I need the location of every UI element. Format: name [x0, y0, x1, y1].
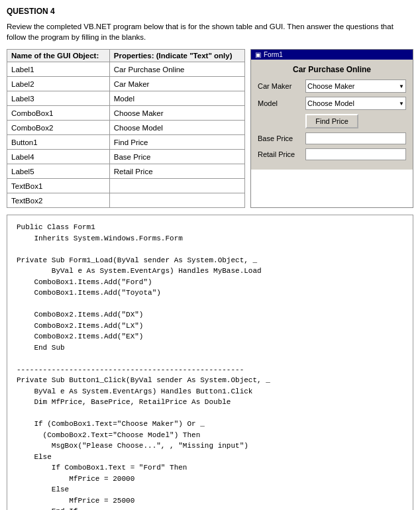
base-price-row: Base Price [258, 132, 406, 144]
table-cell-name: Button1 [7, 135, 110, 150]
form-body: Car Purchase Online Car Maker Choose Mak… [251, 60, 413, 170]
table-cell-name: ComboBox1 [7, 106, 110, 121]
base-price-label: Base Price [258, 134, 305, 142]
table-cell-name: ComboBox2 [7, 121, 110, 135]
form-window: ▣ Form1 Car Purchase Online Car Maker Ch… [250, 49, 413, 208]
table-cell-name: Label2 [7, 77, 110, 91]
retail-price-textbox[interactable] [305, 148, 406, 160]
table-cell-property: Find Price [109, 135, 244, 150]
table-cell-property [109, 193, 244, 208]
table-cell-property [109, 179, 244, 193]
find-price-row: Find Price [258, 114, 406, 128]
table-row: ComboBox2Choose Model [7, 121, 245, 135]
table-cell-property: Car Maker [109, 77, 244, 91]
question-header: QUESTION 4 [7, 7, 413, 16]
find-price-button[interactable]: Find Price [305, 114, 358, 128]
table-row: Label2Car Maker [7, 77, 245, 91]
table-row: Label3Model [7, 91, 245, 106]
model-select-wrapper: Choose Model DX LX EX [305, 97, 406, 110]
form-title-icon: ▣ [255, 51, 261, 58]
table-cell-name: Label1 [7, 62, 110, 77]
table-row: Button1Find Price [7, 135, 245, 150]
car-maker-select-wrapper: Choose Maker Ford Toyota [305, 79, 406, 93]
table-cell-name: TextBox1 [7, 179, 110, 193]
model-label: Model [258, 99, 305, 107]
table-row: Label4Base Price [7, 150, 245, 164]
table-col1-header: Name of the GUI Object: [7, 50, 110, 62]
retail-price-label: Retail Price [258, 150, 305, 158]
car-maker-row: Car Maker Choose Maker Ford Toyota [258, 79, 406, 93]
table-cell-name: TextBox2 [7, 193, 110, 208]
table-cell-property: Retail Price [109, 164, 244, 179]
retail-price-row: Retail Price [258, 148, 406, 160]
car-maker-label: Car Maker [258, 82, 305, 90]
table-cell-property: Model [109, 91, 244, 106]
table-row: Label5Retail Price [7, 164, 245, 179]
table-col2-header: Properties: (Indicate "Text" only) [109, 50, 244, 62]
base-price-textbox[interactable] [305, 132, 406, 144]
gui-object-table: Name of the GUI Object: Properties: (Ind… [7, 49, 245, 208]
table-cell-property: Base Price [109, 150, 244, 164]
table-cell-property: Car Purchase Online [109, 62, 244, 77]
table-row: Label1Car Purchase Online [7, 62, 245, 77]
table-row: TextBox1 [7, 179, 245, 193]
table-cell-name: Label3 [7, 91, 110, 106]
table-row: TextBox2 [7, 193, 245, 208]
table-cell-property: Choose Model [109, 121, 244, 135]
table-cell-name: Label4 [7, 150, 110, 164]
car-maker-select[interactable]: Choose Maker Ford Toyota [305, 79, 406, 93]
code-block: Public Class Form1 Inherits System.Windo… [7, 215, 413, 510]
table-cell-property: Choose Maker [109, 106, 244, 121]
table-row: ComboBox1Choose Maker [7, 106, 245, 121]
form-heading: Car Purchase Online [258, 65, 406, 74]
model-select[interactable]: Choose Model DX LX EX [305, 97, 406, 110]
description: Review the completed VB.NET program belo… [7, 21, 413, 42]
form-title-bar: ▣ Form1 [251, 50, 413, 60]
form-title-text: Form1 [264, 51, 283, 58]
model-row: Model Choose Model DX LX EX [258, 97, 406, 110]
table-cell-name: Label5 [7, 164, 110, 179]
